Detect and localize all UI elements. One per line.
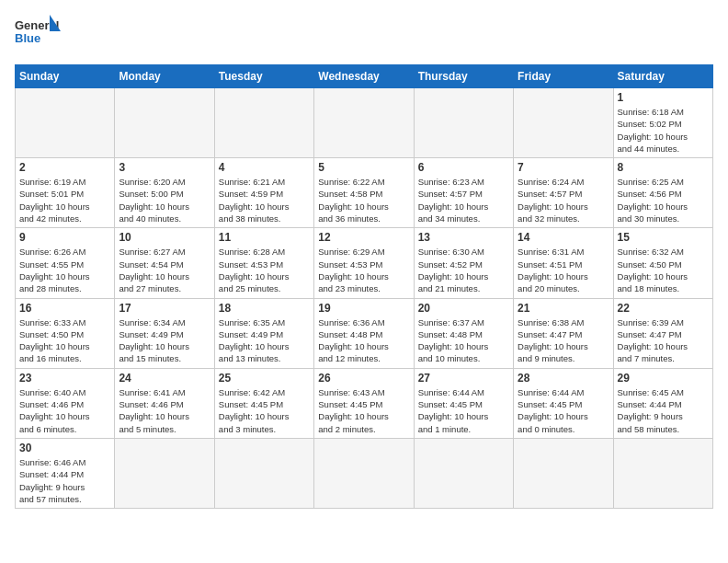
day-info: Sunrise: 6:28 AM Sunset: 4:53 PM Dayligh… xyxy=(219,246,310,294)
day-number: 7 xyxy=(518,161,609,174)
weekday-header-saturday: Saturday xyxy=(613,65,712,88)
calendar-day-cell xyxy=(514,88,613,158)
calendar-day-cell xyxy=(414,88,513,158)
calendar-day-cell xyxy=(115,438,214,508)
day-info: Sunrise: 6:29 AM Sunset: 4:53 PM Dayligh… xyxy=(318,246,409,294)
day-info: Sunrise: 6:41 AM Sunset: 4:46 PM Dayligh… xyxy=(119,386,210,435)
day-info: Sunrise: 6:33 AM Sunset: 4:50 PM Dayligh… xyxy=(19,316,110,365)
calendar-day-cell: 9Sunrise: 6:26 AM Sunset: 4:55 PM Daylig… xyxy=(16,228,115,298)
calendar-day-cell: 23Sunrise: 6:40 AM Sunset: 4:46 PM Dayli… xyxy=(16,368,115,438)
day-info: Sunrise: 6:40 AM Sunset: 4:46 PM Dayligh… xyxy=(19,386,110,435)
calendar-day-cell: 16Sunrise: 6:33 AM Sunset: 4:50 PM Dayli… xyxy=(16,298,115,368)
day-info: Sunrise: 6:20 AM Sunset: 5:00 PM Dayligh… xyxy=(119,176,210,224)
day-info: Sunrise: 6:43 AM Sunset: 4:45 PM Dayligh… xyxy=(318,386,409,435)
day-number: 24 xyxy=(119,372,210,385)
calendar-day-cell: 8Sunrise: 6:25 AM Sunset: 4:56 PM Daylig… xyxy=(613,158,712,228)
day-info: Sunrise: 6:21 AM Sunset: 4:59 PM Dayligh… xyxy=(219,176,310,224)
day-number: 5 xyxy=(318,161,409,174)
logo-svg: General Blue xyxy=(15,15,61,55)
day-info: Sunrise: 6:36 AM Sunset: 4:48 PM Dayligh… xyxy=(318,316,409,365)
calendar-day-cell xyxy=(314,438,414,508)
calendar-day-cell: 10Sunrise: 6:27 AM Sunset: 4:54 PM Dayli… xyxy=(115,228,214,298)
weekday-header-thursday: Thursday xyxy=(414,65,513,88)
calendar-day-cell: 21Sunrise: 6:38 AM Sunset: 4:47 PM Dayli… xyxy=(514,298,613,368)
calendar-day-cell xyxy=(115,88,214,158)
day-info: Sunrise: 6:24 AM Sunset: 4:57 PM Dayligh… xyxy=(518,176,609,224)
day-info: Sunrise: 6:23 AM Sunset: 4:57 PM Dayligh… xyxy=(418,176,509,224)
day-info: Sunrise: 6:30 AM Sunset: 4:52 PM Dayligh… xyxy=(418,246,509,294)
calendar-day-cell: 24Sunrise: 6:41 AM Sunset: 4:46 PM Dayli… xyxy=(115,368,214,438)
calendar-day-cell: 19Sunrise: 6:36 AM Sunset: 4:48 PM Dayli… xyxy=(314,298,414,368)
day-number: 14 xyxy=(518,231,609,244)
weekday-header-monday: Monday xyxy=(115,65,214,88)
day-info: Sunrise: 6:39 AM Sunset: 4:47 PM Dayligh… xyxy=(618,316,709,365)
calendar-day-cell: 15Sunrise: 6:32 AM Sunset: 4:50 PM Dayli… xyxy=(613,228,712,298)
calendar-day-cell: 28Sunrise: 6:44 AM Sunset: 4:45 PM Dayli… xyxy=(514,368,613,438)
day-number: 20 xyxy=(418,302,509,315)
calendar-day-cell: 18Sunrise: 6:35 AM Sunset: 4:49 PM Dayli… xyxy=(214,298,313,368)
calendar-day-cell xyxy=(514,438,613,508)
weekday-header-row: SundayMondayTuesdayWednesdayThursdayFrid… xyxy=(16,65,713,88)
day-info: Sunrise: 6:35 AM Sunset: 4:49 PM Dayligh… xyxy=(219,316,310,365)
day-number: 15 xyxy=(618,231,709,244)
day-info: Sunrise: 6:44 AM Sunset: 4:45 PM Dayligh… xyxy=(418,386,509,435)
header: General Blue xyxy=(15,15,713,55)
calendar-day-cell xyxy=(214,438,313,508)
day-number: 26 xyxy=(318,372,409,385)
day-info: Sunrise: 6:45 AM Sunset: 4:44 PM Dayligh… xyxy=(618,386,709,435)
calendar-page: General Blue SundayMondayTuesdayWednesda… xyxy=(0,0,728,518)
weekday-header-sunday: Sunday xyxy=(16,65,115,88)
day-info: Sunrise: 6:46 AM Sunset: 4:44 PM Dayligh… xyxy=(19,456,110,505)
calendar-day-cell: 14Sunrise: 6:31 AM Sunset: 4:51 PM Dayli… xyxy=(514,228,613,298)
calendar-day-cell: 6Sunrise: 6:23 AM Sunset: 4:57 PM Daylig… xyxy=(414,158,513,228)
day-number: 13 xyxy=(418,231,509,244)
calendar-day-cell: 29Sunrise: 6:45 AM Sunset: 4:44 PM Dayli… xyxy=(613,368,712,438)
day-number: 1 xyxy=(618,91,709,104)
day-number: 29 xyxy=(618,372,709,385)
calendar-day-cell: 13Sunrise: 6:30 AM Sunset: 4:52 PM Dayli… xyxy=(414,228,513,298)
day-number: 18 xyxy=(219,302,310,315)
calendar-day-cell: 26Sunrise: 6:43 AM Sunset: 4:45 PM Dayli… xyxy=(314,368,414,438)
day-info: Sunrise: 6:22 AM Sunset: 4:58 PM Dayligh… xyxy=(318,176,409,224)
day-number: 12 xyxy=(318,231,409,244)
day-number: 8 xyxy=(618,161,709,174)
calendar-day-cell: 5Sunrise: 6:22 AM Sunset: 4:58 PM Daylig… xyxy=(314,158,414,228)
calendar-week-row: 1Sunrise: 6:18 AM Sunset: 5:02 PM Daylig… xyxy=(16,88,713,158)
day-info: Sunrise: 6:37 AM Sunset: 4:48 PM Dayligh… xyxy=(418,316,509,365)
calendar-day-cell: 17Sunrise: 6:34 AM Sunset: 4:49 PM Dayli… xyxy=(115,298,214,368)
day-number: 23 xyxy=(19,372,110,385)
day-number: 2 xyxy=(19,161,110,174)
calendar-day-cell xyxy=(214,88,313,158)
day-number: 16 xyxy=(19,302,110,315)
calendar-day-cell: 2Sunrise: 6:19 AM Sunset: 5:01 PM Daylig… xyxy=(16,158,115,228)
calendar-week-row: 9Sunrise: 6:26 AM Sunset: 4:55 PM Daylig… xyxy=(16,228,713,298)
day-info: Sunrise: 6:18 AM Sunset: 5:02 PM Dayligh… xyxy=(618,106,709,155)
calendar-week-row: 16Sunrise: 6:33 AM Sunset: 4:50 PM Dayli… xyxy=(16,298,713,368)
calendar-day-cell: 12Sunrise: 6:29 AM Sunset: 4:53 PM Dayli… xyxy=(314,228,414,298)
calendar-day-cell: 25Sunrise: 6:42 AM Sunset: 4:45 PM Dayli… xyxy=(214,368,313,438)
calendar-day-cell: 1Sunrise: 6:18 AM Sunset: 5:02 PM Daylig… xyxy=(613,88,712,158)
calendar-day-cell xyxy=(314,88,414,158)
day-number: 3 xyxy=(119,161,210,174)
day-number: 28 xyxy=(518,372,609,385)
logo: General Blue xyxy=(15,15,61,55)
day-info: Sunrise: 6:32 AM Sunset: 4:50 PM Dayligh… xyxy=(618,246,709,294)
weekday-header-wednesday: Wednesday xyxy=(314,65,414,88)
weekday-header-tuesday: Tuesday xyxy=(214,65,313,88)
day-number: 4 xyxy=(219,161,310,174)
day-info: Sunrise: 6:25 AM Sunset: 4:56 PM Dayligh… xyxy=(618,176,709,224)
day-info: Sunrise: 6:19 AM Sunset: 5:01 PM Dayligh… xyxy=(19,176,110,224)
day-info: Sunrise: 6:34 AM Sunset: 4:49 PM Dayligh… xyxy=(119,316,210,365)
calendar-day-cell: 11Sunrise: 6:28 AM Sunset: 4:53 PM Dayli… xyxy=(214,228,313,298)
calendar-day-cell: 3Sunrise: 6:20 AM Sunset: 5:00 PM Daylig… xyxy=(115,158,214,228)
calendar-table: SundayMondayTuesdayWednesdayThursdayFrid… xyxy=(15,64,713,509)
calendar-day-cell: 27Sunrise: 6:44 AM Sunset: 4:45 PM Dayli… xyxy=(414,368,513,438)
calendar-day-cell xyxy=(414,438,513,508)
day-info: Sunrise: 6:31 AM Sunset: 4:51 PM Dayligh… xyxy=(518,246,609,294)
calendar-day-cell: 20Sunrise: 6:37 AM Sunset: 4:48 PM Dayli… xyxy=(414,298,513,368)
svg-text:Blue: Blue xyxy=(15,31,40,45)
calendar-day-cell xyxy=(16,88,115,158)
day-number: 19 xyxy=(318,302,409,315)
calendar-day-cell: 22Sunrise: 6:39 AM Sunset: 4:47 PM Dayli… xyxy=(613,298,712,368)
day-number: 27 xyxy=(418,372,509,385)
